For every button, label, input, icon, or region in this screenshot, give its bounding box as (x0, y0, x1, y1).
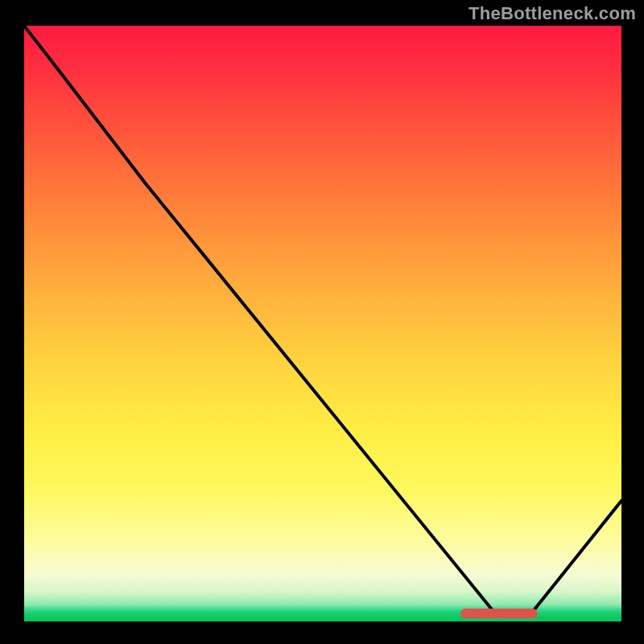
watermark-text: TheBottleneck.com (469, 3, 636, 24)
bottleneck-curve (24, 26, 621, 613)
chart-frame: TheBottleneck.com (0, 0, 644, 644)
plot-area (24, 26, 621, 621)
curve-layer (24, 26, 621, 621)
